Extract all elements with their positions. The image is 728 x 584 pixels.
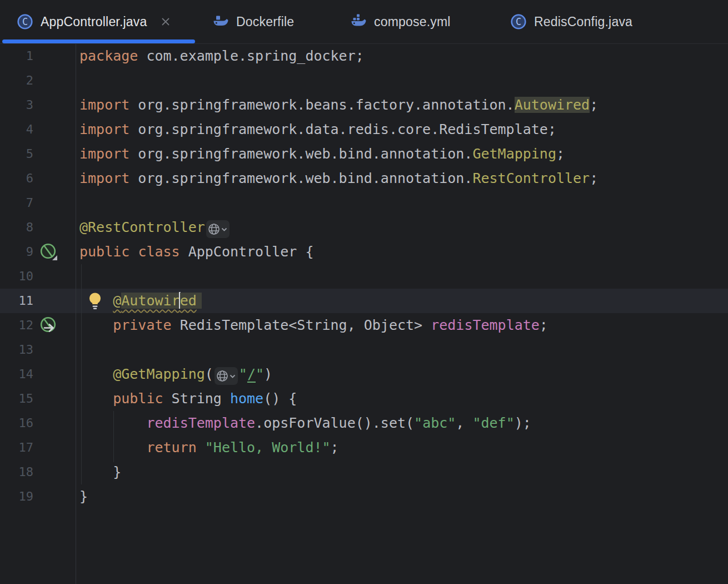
line-number[interactable]: 18 [0,460,33,484]
line-number[interactable]: 14 [0,362,33,387]
line-number[interactable]: 11 [0,289,33,313]
code-text: import org.springframework.web.bind.anno… [79,142,728,166]
code-token: / [247,366,256,382]
line-number[interactable]: 8 [0,215,33,240]
code-text: import org.springframework.data.redis.co… [79,117,728,142]
code-editor[interactable]: 1package com.example.spring_docker;23imp… [0,44,728,584]
code-token: org.springframework.beans.factory.annota… [129,97,514,113]
code-token: @RestController [79,219,205,235]
code-token: "def" [472,415,514,431]
docker-icon [212,14,229,29]
code-line[interactable]: 15 public String home() { [0,387,728,411]
code-line[interactable]: 12 private RedisTemplate<String, Object>… [0,313,728,338]
close-icon[interactable] [159,16,172,28]
code-token: RestController [472,170,590,186]
code-token: "Hello, World!" [205,439,331,456]
code-token: Autowir [121,293,179,309]
code-token: AppController { [180,244,314,260]
code-line[interactable]: 18 } [0,460,728,484]
code-token: org.springframework.data.redis.core.Redi… [129,121,556,137]
tab-dockerfile[interactable]: Dockerfile [198,0,336,43]
code-line[interactable]: 6import org.springframework.web.bind.ann… [0,166,728,191]
code-token [79,366,113,382]
docker-compose-icon [350,14,367,29]
code-line[interactable]: 1package com.example.spring_docker; [0,44,728,68]
code-token: redisTemplate [146,415,255,431]
code-token: ; [590,97,598,113]
code-token: ( [205,366,213,382]
code-line[interactable]: 3import org.springframework.beans.factor… [0,93,728,117]
code-line[interactable]: 13 [0,338,728,362]
code-text: redisTemplate.opsForValue().set("abc", "… [79,411,728,435]
code-token: package [79,48,138,64]
code-token: ); [515,415,531,431]
code-line[interactable]: 4import org.springframework.data.redis.c… [0,117,728,142]
tab-redisconfig-java[interactable]: C RedisConfig.java [489,0,656,43]
code-text: public String home() { [79,387,728,411]
line-number[interactable]: 7 [0,191,33,215]
code-token: () { [263,390,297,407]
line-number[interactable]: 3 [0,93,33,117]
code-token: ; [556,146,565,162]
code-token: } [79,488,88,504]
tab-compose-yml[interactable]: compose.yml [336,0,489,43]
code-token: class [138,244,179,260]
line-number[interactable]: 5 [0,142,33,166]
line-number[interactable]: 6 [0,166,33,191]
code-line[interactable]: 8@RestController [0,215,728,240]
code-text: return "Hello, World!"; [79,435,728,460]
java-class-icon: C [17,13,33,30]
code-line[interactable]: 19} [0,484,728,509]
line-number[interactable]: 16 [0,411,33,435]
code-text: public class AppController { [79,240,728,264]
tab-label: compose.yml [374,14,451,29]
code-token: @GetMapping [113,366,205,382]
line-number[interactable]: 4 [0,117,33,142]
line-number[interactable]: 19 [0,484,33,509]
line-number[interactable]: 12 [0,313,33,338]
code-token: " [256,366,264,382]
spring-bean-arrow-icon[interactable] [39,315,59,335]
spring-bean-dropdown-icon[interactable] [39,242,59,262]
tab-label: AppController.java [41,14,147,29]
tab-appcontroller-java[interactable]: C AppController.java [0,0,198,43]
code-token [79,439,146,456]
code-area[interactable]: 1package com.example.spring_docker;23imp… [0,44,728,509]
code-token [79,415,146,431]
code-text: private RedisTemplate<String, Object> re… [79,313,728,338]
code-text: @RestController [79,215,728,240]
code-line[interactable]: 16 redisTemplate.opsForValue().set("abc"… [0,411,728,435]
line-number[interactable]: 9 [0,240,33,264]
url-globe-inlay-icon[interactable] [206,220,230,238]
code-token: public [113,390,163,407]
intention-bulb-icon[interactable] [87,291,103,310]
line-number[interactable]: 1 [0,44,33,68]
code-line-current[interactable]: 11 @Autowired [0,289,728,313]
code-token: GetMapping [472,146,556,162]
code-line[interactable]: 5import org.springframework.web.bind.ann… [0,142,728,166]
code-line[interactable]: 14 @GetMapping("/") [0,362,728,387]
code-line[interactable]: 9public class AppController { [0,240,728,264]
line-number[interactable]: 2 [0,68,33,93]
code-token: import [79,97,129,113]
code-token: String [163,390,230,407]
line-number[interactable]: 13 [0,338,33,362]
code-text: import org.springframework.beans.factory… [79,93,728,117]
java-class-icon: C [510,13,527,30]
url-globe-inlay-icon[interactable] [215,367,238,385]
line-number[interactable]: 17 [0,435,33,460]
line-number[interactable]: 15 [0,387,33,411]
line-number[interactable]: 10 [0,264,33,289]
code-token: Autowired [515,97,590,113]
code-token: RedisTemplate<String, Object> [172,317,431,333]
code-line[interactable]: 17 return "Hello, World!"; [0,435,728,460]
code-line[interactable]: 2 [0,68,728,93]
code-line[interactable]: 10 [0,264,728,289]
code-line[interactable]: 7 [0,191,728,215]
svg-text:C: C [516,16,521,27]
code-text: } [79,484,728,509]
code-token: ; [540,317,548,333]
code-token: org.springframework.web.bind.annotation. [129,170,472,186]
code-text: @Autowired [79,289,728,313]
code-token: "abc" [414,415,456,431]
